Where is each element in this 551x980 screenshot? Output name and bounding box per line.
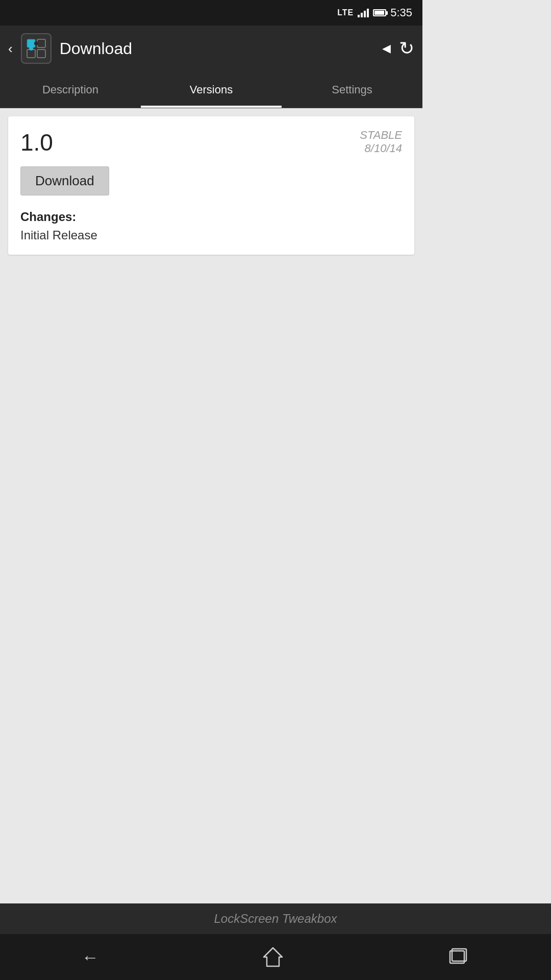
signal-bars <box>358 8 369 17</box>
tab-versions[interactable]: Versions <box>141 71 282 108</box>
tab-bar: Description Versions Settings <box>0 71 422 108</box>
svg-rect-2 <box>27 50 35 58</box>
version-meta: STABLE 8/10/14 <box>360 129 402 155</box>
nav-home-icon <box>262 946 284 968</box>
changes-label: Changes: <box>20 210 402 224</box>
dropdown-arrow-icon: ◀ <box>382 42 391 55</box>
footer: LockScreen Tweakbox <box>0 903 422 934</box>
svg-point-4 <box>34 41 38 45</box>
back-arrow-icon: ‹ <box>8 41 13 57</box>
status-time: 5:35 <box>390 6 412 19</box>
nav-home-button[interactable] <box>262 946 284 968</box>
refresh-button[interactable]: ↻ <box>399 38 414 59</box>
svg-point-5 <box>29 46 33 51</box>
footer-text: LockScreen Tweakbox <box>214 912 337 926</box>
app-bar: ‹ Download ◀ ↻ <box>0 26 422 71</box>
puzzle-icon <box>25 37 47 60</box>
tab-settings[interactable]: Settings <box>282 71 422 108</box>
changes-text: Initial Release <box>20 228 402 242</box>
version-card-header: 1.0 STABLE 8/10/14 <box>20 129 402 156</box>
download-button[interactable]: Download <box>20 166 109 195</box>
lte-icon: LTE <box>337 8 354 17</box>
svg-marker-6 <box>264 948 282 966</box>
nav-back-icon: ← <box>82 947 99 967</box>
svg-rect-1 <box>37 39 45 47</box>
version-date: 8/10/14 <box>360 142 402 155</box>
tab-description[interactable]: Description <box>0 71 141 108</box>
status-bar: LTE 5:35 <box>0 0 422 26</box>
app-logo <box>21 33 52 64</box>
main-content: 1.0 STABLE 8/10/14 Download Changes: Ini… <box>0 108 422 898</box>
nav-back-button[interactable]: ← <box>82 947 99 967</box>
nav-bar: ← <box>0 934 422 980</box>
svg-rect-0 <box>27 39 35 47</box>
version-stable-label: STABLE <box>360 129 402 142</box>
svg-rect-3 <box>37 50 45 58</box>
version-card: 1.0 STABLE 8/10/14 Download Changes: Ini… <box>8 116 414 255</box>
version-number: 1.0 <box>20 129 53 156</box>
back-button[interactable]: ‹ <box>8 41 13 57</box>
app-bar-title: Download <box>60 39 378 58</box>
battery-icon <box>373 9 386 16</box>
